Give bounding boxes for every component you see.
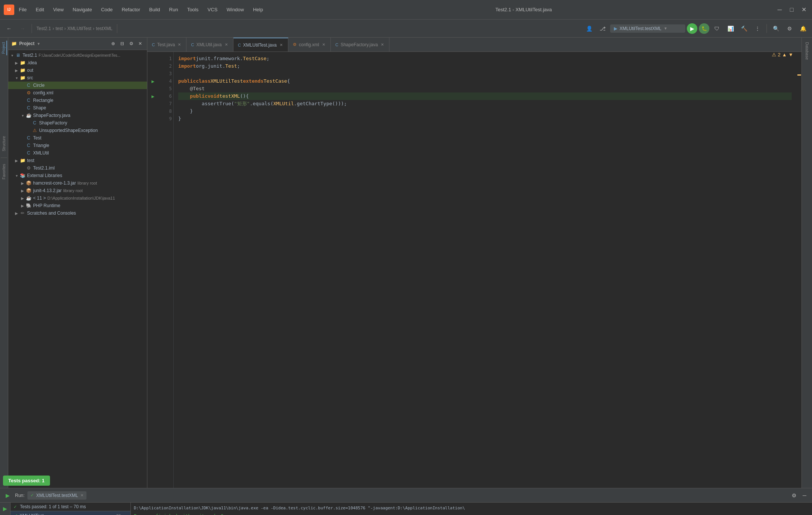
tree-rectangle[interactable]: C Rectangle xyxy=(8,97,147,104)
tab-xmlutiltest-java[interactable]: C XMLUtilTest.java ✕ xyxy=(233,38,288,52)
tree-src[interactable]: ▾ 📁 src xyxy=(8,74,147,82)
tab-config-close[interactable]: ✕ xyxy=(321,42,326,47)
menu-navigate[interactable]: Navigate xyxy=(71,6,93,13)
warning-up-arrow[interactable]: ▲ xyxy=(782,52,787,58)
run-tree-xmlutiltest[interactable]: ✓ XMLUtilTest 70 ms xyxy=(11,511,130,515)
tab-test-java[interactable]: C Test.java ✕ xyxy=(147,38,186,52)
tab-xmlutil-java[interactable]: C XMLUtil.java ✕ xyxy=(186,38,233,52)
xmlutil-name: XMLUtil xyxy=(33,150,49,156)
tree-circle[interactable]: C Circle xyxy=(8,82,147,89)
scroll-area[interactable] xyxy=(797,55,801,130)
project-tree: ▾ 🖥 Test2.1 F:\JavaCode\JCode\SoftDesign… xyxy=(8,50,147,488)
run-indicator-6[interactable]: ▶ xyxy=(147,92,159,100)
locate-icon[interactable]: ⊕ xyxy=(109,40,117,47)
run-button[interactable]: ▶ xyxy=(687,23,697,34)
project-close-icon[interactable]: ✕ xyxy=(136,40,144,47)
tree-ext-libs[interactable]: ▾ 📚 External Libraries xyxy=(8,172,147,179)
iml-name: Test2.1.iml xyxy=(33,165,55,171)
menu-file[interactable]: File xyxy=(17,6,28,13)
breadcrumb-testxml[interactable]: testXML xyxy=(96,26,112,31)
close-button[interactable]: ✕ xyxy=(799,5,808,14)
tree-config-xml[interactable]: ⚙ config.xml xyxy=(8,89,147,97)
tab-xmlutiltest-close[interactable]: ✕ xyxy=(279,42,283,48)
menu-view[interactable]: View xyxy=(52,6,65,13)
settings-button[interactable]: ⚙ xyxy=(783,23,795,35)
run-command-line: D:\ApplicationInstallation\JDK\java11\bi… xyxy=(134,506,809,510)
code-editor[interactable]: import junit.framework.TestCase; import … xyxy=(174,52,796,488)
breadcrumb-project[interactable]: Test2.1 xyxy=(36,26,51,31)
search-everywhere-button[interactable]: 🔍 xyxy=(770,23,782,35)
more-actions-button[interactable]: ⋮ xyxy=(751,23,764,35)
run-tab-close[interactable]: ✕ xyxy=(80,493,83,497)
run-tab[interactable]: ✓ XMLUtilTest.testXML ✕ xyxy=(27,491,86,500)
tree-triangle[interactable]: C Triangle xyxy=(8,142,147,149)
menu-edit[interactable]: Edit xyxy=(34,6,45,13)
coverage-button[interactable]: 🛡 xyxy=(711,23,723,35)
profile-button[interactable]: 📊 xyxy=(724,23,736,35)
menu-refactor[interactable]: Refactor xyxy=(120,6,142,13)
menu-help[interactable]: Help xyxy=(251,6,265,13)
run-indicator-4[interactable]: ▶ xyxy=(147,77,159,85)
tree-xmlutil[interactable]: C XMLUtil xyxy=(8,149,147,157)
tab-test-close[interactable]: ✕ xyxy=(177,42,182,47)
tree-root[interactable]: ▾ 🖥 Test2.1 F:\JavaCode\JCode\SoftDesign… xyxy=(8,52,147,59)
run-configuration[interactable]: ▶ XMLUtilTest.testXML ▼ xyxy=(610,24,685,33)
back-button[interactable]: ← xyxy=(3,23,15,35)
forward-button[interactable]: → xyxy=(17,23,29,35)
structure-side-button[interactable]: Structure xyxy=(1,135,7,153)
tree-shape[interactable]: C Shape xyxy=(8,104,147,112)
tab-xmlutil-close[interactable]: ✕ xyxy=(224,42,229,47)
tab-xmlutil-label: XMLUtil.java xyxy=(196,42,221,47)
project-settings-icon[interactable]: ⚙ xyxy=(127,40,135,47)
run-restart-button[interactable]: ▶ xyxy=(1,506,10,512)
collapse-all-icon[interactable]: ⊟ xyxy=(118,40,126,47)
run-content: ▶ ✓ ⬛ ↕ ⇅ ↕ ⇑ 📌 ⬆ ⚙ 🔽 ✕ ✓ Tests passed: … xyxy=(0,503,812,515)
menu-vcs[interactable]: VCS xyxy=(206,6,219,13)
tree-jdk[interactable]: ▶ ☕ < 11 > D:\ApplicationInstallation\JD… xyxy=(8,194,147,202)
warning-count[interactable]: 2 xyxy=(778,52,780,58)
run-tab-name: XMLUtilTest.testXML xyxy=(36,493,78,498)
tree-shapefactory-java[interactable]: ▾ ☕ ShapeFactory.java xyxy=(8,112,147,119)
menu-window[interactable]: Window xyxy=(225,6,245,13)
tree-unsupported-shape[interactable]: ⚠ UnsupportedShapeException xyxy=(8,127,147,134)
menu-build[interactable]: Build xyxy=(148,6,162,13)
run-minimize-button[interactable]: ─ xyxy=(800,491,809,500)
tree-test[interactable]: C Test xyxy=(8,134,147,142)
minimize-button[interactable]: ─ xyxy=(775,5,784,14)
notifications-button[interactable]: 🔔 xyxy=(797,23,809,35)
avatar-button[interactable]: 👤 xyxy=(583,23,595,35)
tree-php[interactable]: ▶ 🐘 PHP Runtime xyxy=(8,202,147,209)
breadcrumb-test[interactable]: test xyxy=(56,26,63,31)
tree-out[interactable]: ▶ 📁 out xyxy=(8,67,147,74)
project-panel: 📁 Project ▼ ⊕ ⊟ ⚙ ✕ ▾ 🖥 Test2.1 F:\JavaC… xyxy=(8,38,147,488)
tree-hamcrest[interactable]: ▶ 📦 hamcrest-core-1.3.jar library root xyxy=(8,179,147,187)
warning-down-arrow[interactable]: ▼ xyxy=(788,52,793,58)
tab-config-xml[interactable]: ⚙ config.xml ✕ xyxy=(288,38,331,52)
git-button[interactable]: ⎇ xyxy=(597,23,609,35)
tree-idea[interactable]: ▶ 📁 .idea xyxy=(8,59,147,67)
tree-iml[interactable]: ⚙ Test2.1.iml xyxy=(8,164,147,172)
menu-run[interactable]: Run xyxy=(168,6,180,13)
database-side-button[interactable]: Database xyxy=(804,41,810,61)
tab-shapefactory-java[interactable]: C ShapeFactory.java ✕ xyxy=(331,38,389,52)
debug-button[interactable]: 🐛 xyxy=(699,23,709,34)
hamcrest-name: hamcrest-core-1.3.jar xyxy=(33,180,76,186)
build-button[interactable]: 🔨 xyxy=(738,23,750,35)
tree-test-folder[interactable]: ▶ 📁 test xyxy=(8,157,147,164)
breadcrumb-xmlutiltest[interactable]: XMLUtilTest xyxy=(67,26,91,31)
favorites-side-button[interactable]: Favorites xyxy=(1,162,7,181)
toolbar-separator-1 xyxy=(32,24,32,33)
tree-junit[interactable]: ▶ 📦 junit-4.13.2.jar library root xyxy=(8,187,147,194)
run-settings-button[interactable]: ⚙ xyxy=(789,491,798,500)
run-play-button[interactable]: ▶ xyxy=(3,491,12,500)
tree-shapefactory-class[interactable]: C ShapeFactory xyxy=(8,119,147,127)
left-bottom-strip: Structure Favorites xyxy=(0,132,8,184)
maximize-button[interactable]: □ xyxy=(787,5,796,14)
tab-shapefactory-close[interactable]: ✕ xyxy=(380,42,385,47)
project-side-button[interactable]: Project xyxy=(1,41,7,55)
tree-scratches[interactable]: ▶ ✏ Scratches and Consoles xyxy=(8,209,147,217)
run-config-name: XMLUtilTest.testXML xyxy=(620,26,661,31)
menu-tools[interactable]: Tools xyxy=(186,6,200,13)
menu-code[interactable]: Code xyxy=(100,6,114,13)
run-output: D:\ApplicationInstallation\JDK\java11\bi… xyxy=(131,503,812,515)
